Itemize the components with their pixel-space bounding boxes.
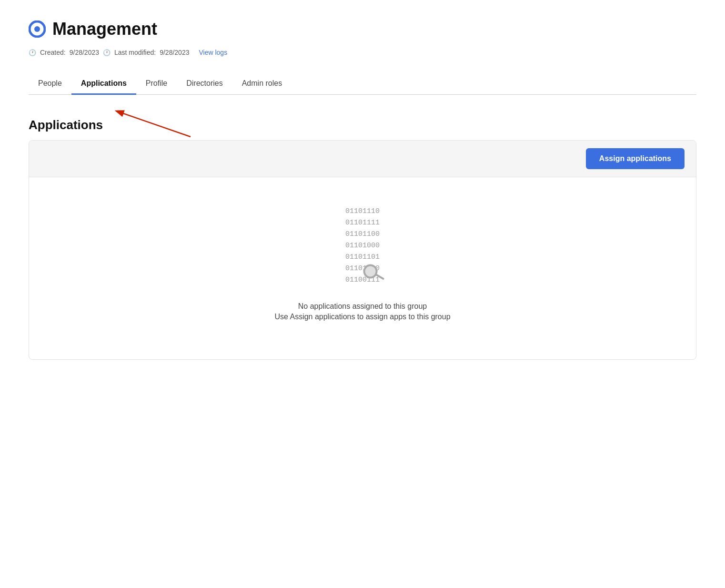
- empty-state: 01101110 01101111 01101100 01101000 0110…: [29, 177, 696, 359]
- empty-message-line2: Use Assign applications to assign apps t…: [274, 313, 450, 321]
- empty-message-line1: No applications assigned to this group: [298, 302, 427, 311]
- svg-line-5: [376, 273, 383, 280]
- created-label: Created:: [40, 49, 66, 56]
- view-logs-link[interactable]: View logs: [199, 49, 227, 56]
- tab-applications[interactable]: Applications: [71, 73, 136, 95]
- tab-directories[interactable]: Directories: [177, 73, 232, 95]
- assign-applications-button[interactable]: Assign applications: [586, 148, 685, 169]
- page-header: Management: [29, 19, 696, 39]
- modified-date: 9/28/2023: [160, 49, 189, 56]
- svg-point-1: [34, 26, 40, 32]
- binary-line-2: 01101111: [345, 217, 380, 229]
- binary-line-1: 01101110: [345, 206, 380, 217]
- tab-profile[interactable]: Profile: [136, 73, 177, 95]
- created-clock-icon: 🕐: [29, 49, 36, 56]
- binary-line-3: 01101100: [345, 229, 380, 240]
- tab-people[interactable]: People: [29, 73, 71, 95]
- meta-row: 🕐 Created: 9/28/2023 🕐 Last modified: 9/…: [29, 49, 696, 56]
- binary-illustration: 01101110 01101111 01101100 01101000 0110…: [345, 206, 380, 286]
- binary-line-4: 01101000: [345, 240, 380, 252]
- modified-label: Last modified:: [114, 49, 156, 56]
- applications-section-heading: Applications: [29, 118, 696, 132]
- tabs-container: People Applications Profile Directories …: [29, 73, 696, 95]
- management-logo-icon: [29, 20, 46, 38]
- modified-clock-icon: 🕐: [103, 49, 111, 56]
- tab-admin-roles[interactable]: Admin roles: [232, 73, 292, 95]
- created-date: 9/28/2023: [70, 49, 99, 56]
- applications-card: Assign applications 01101110 01101111 01…: [29, 140, 696, 360]
- magnifier-icon: [360, 260, 388, 294]
- card-toolbar: Assign applications: [29, 141, 696, 177]
- page-title: Management: [52, 19, 157, 39]
- svg-point-4: [363, 264, 378, 279]
